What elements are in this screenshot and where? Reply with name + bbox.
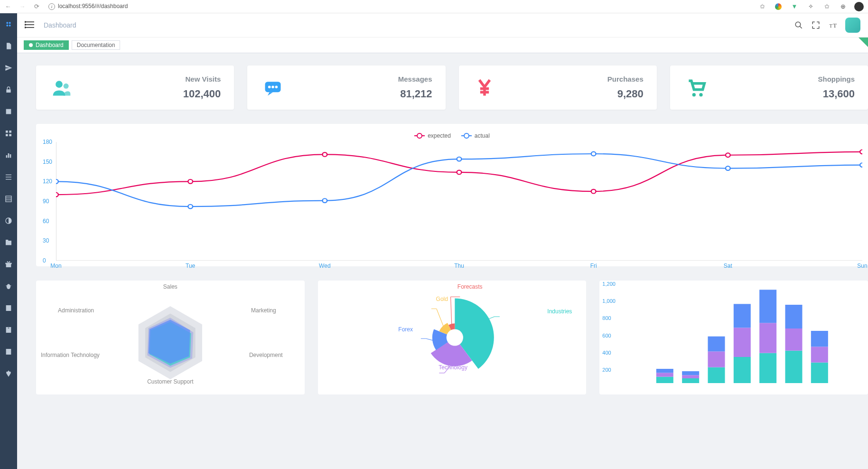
svg-line-78	[437, 309, 443, 326]
sidebar-tab-icon[interactable]	[4, 238, 13, 247]
svg-rect-34	[25, 21, 26, 22]
svg-rect-87	[682, 371, 700, 375]
svg-point-3	[9, 25, 11, 27]
fav-star-icon[interactable]: ✩	[821, 1, 832, 12]
sidebar-table-icon[interactable]	[4, 195, 13, 203]
stat-value: 102,400	[183, 88, 221, 100]
sidebar-dashboard-icon[interactable]	[4, 20, 13, 28]
svg-rect-96	[760, 290, 777, 323]
svg-line-38	[800, 26, 802, 28]
svg-rect-16	[6, 196, 11, 202]
svg-point-37	[795, 22, 801, 27]
line-chart: 0306090120150180MonTueWedThuFriSatSun	[56, 142, 862, 261]
hamburger-icon[interactable]	[25, 20, 34, 31]
svg-rect-22	[6, 264, 11, 267]
stat-card-visits[interactable]: New Visits102,400	[36, 66, 234, 110]
sidebar-zip-icon[interactable]	[4, 326, 13, 334]
svg-rect-35	[25, 24, 26, 25]
sidebar-lock-icon[interactable]	[4, 85, 13, 94]
legend-actual[interactable]: actual	[461, 132, 490, 139]
sidebar-document-icon[interactable]	[4, 42, 13, 50]
svg-rect-9	[9, 134, 11, 136]
svg-rect-91	[734, 357, 751, 383]
stat-card-purchases[interactable]: Purchases9,280	[459, 66, 657, 110]
svg-rect-82	[656, 377, 673, 383]
svg-point-56	[726, 153, 730, 157]
svg-rect-8	[6, 134, 8, 136]
extensions-icon[interactable]: ✧	[805, 1, 816, 12]
reload-icon[interactable]: ⟳	[32, 3, 41, 10]
svg-point-63	[726, 166, 730, 170]
sidebar-chart-icon[interactable]	[4, 151, 13, 159]
content: New Visits102,400 Messages81,212 Purchas…	[17, 53, 868, 469]
stat-label: Shoppings	[818, 75, 855, 83]
svg-rect-97	[785, 351, 803, 383]
stat-value: 9,280	[607, 88, 644, 100]
svg-point-46	[275, 85, 278, 88]
radar-label-marketing: Marketing	[251, 307, 276, 314]
svg-line-80	[450, 297, 451, 324]
sidebar-excel-icon[interactable]	[4, 304, 13, 312]
svg-rect-86	[682, 375, 700, 378]
yen-icon	[472, 75, 497, 100]
stat-value: 13,600	[818, 88, 855, 100]
sidebar-guide-icon[interactable]	[4, 64, 13, 72]
sidebar-gift-icon[interactable]	[4, 260, 13, 269]
avatar[interactable]	[845, 18, 860, 33]
favorite-icon[interactable]: ✩	[757, 1, 767, 12]
svg-rect-32	[25, 24, 34, 25]
collections-icon[interactable]: ⊕	[838, 1, 848, 12]
line-chart-panel: expected actual 0306090120150180MonTueWe…	[36, 124, 868, 266]
svg-rect-10	[6, 155, 8, 158]
svg-rect-85	[682, 378, 700, 383]
stat-card-shoppings[interactable]: Shoppings13,600	[670, 66, 868, 110]
svg-point-62	[591, 152, 596, 156]
font-size-icon[interactable]: TT	[826, 19, 840, 32]
stat-card-messages[interactable]: Messages81,212	[247, 66, 445, 110]
pie-label-technology: Technology	[439, 364, 467, 371]
profile-icon[interactable]	[854, 1, 864, 12]
radar-label-admin: Administration	[58, 307, 94, 314]
svg-rect-99	[785, 305, 803, 328]
settings-fold-icon[interactable]	[859, 38, 868, 47]
svg-point-48	[699, 93, 702, 96]
address-bar[interactable]: ilocalhost:9556/#/dashboard	[48, 3, 128, 10]
tag-dashboard[interactable]: Dashboard	[24, 40, 69, 50]
svg-point-44	[268, 85, 271, 88]
stat-cards: New Visits102,400 Messages81,212 Purchas…	[36, 66, 868, 110]
svg-point-41	[56, 81, 63, 88]
bottom-charts: Sales Marketing Development Customer Sup…	[36, 281, 868, 394]
ext-2-icon[interactable]: ▼	[789, 1, 800, 12]
svg-rect-5	[6, 109, 11, 114]
svg-rect-101	[811, 347, 828, 362]
sidebar-theme-icon[interactable]	[4, 369, 13, 378]
pie-chart: Forecasts Gold Forex Technology Industri…	[318, 281, 587, 394]
people-icon	[49, 75, 74, 100]
browser-bar: ← → ⟳ ilocalhost:9556/#/dashboard ✩ ▼ ✧ …	[0, 0, 868, 13]
svg-rect-93	[734, 304, 751, 328]
sidebar-error-icon[interactable]	[4, 107, 13, 116]
search-icon[interactable]	[792, 19, 805, 32]
pie-label-gold: Gold	[436, 296, 448, 302]
radar-label-sales: Sales	[163, 283, 177, 290]
svg-rect-20	[6, 241, 11, 245]
sidebar-bug-icon[interactable]	[4, 282, 13, 291]
ext-1-icon[interactable]	[773, 1, 784, 12]
svg-rect-21	[6, 240, 8, 241]
back-icon[interactable]: ←	[4, 3, 12, 10]
tag-documentation[interactable]: Documentation	[72, 40, 121, 50]
svg-rect-27	[6, 305, 11, 311]
forward-icon[interactable]: →	[18, 3, 27, 10]
sidebar-example-icon[interactable]	[4, 216, 13, 225]
legend-expected[interactable]: expected	[414, 132, 451, 139]
svg-point-0	[6, 22, 8, 24]
svg-point-42	[64, 83, 69, 88]
fullscreen-icon[interactable]	[809, 19, 822, 32]
sidebar-nested-icon[interactable]	[4, 173, 13, 181]
sidebar-component-icon[interactable]	[4, 129, 13, 138]
svg-rect-14	[6, 177, 11, 177]
info-icon: i	[48, 3, 55, 10]
sidebar-pdf-icon[interactable]	[4, 347, 13, 356]
svg-rect-23	[5, 263, 11, 264]
svg-point-71	[446, 329, 463, 346]
